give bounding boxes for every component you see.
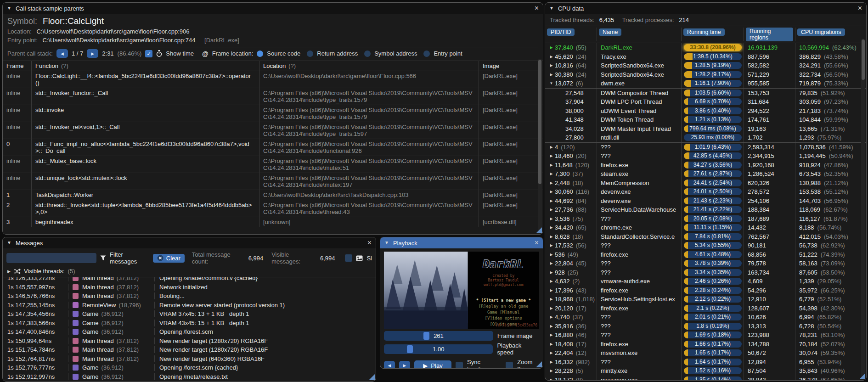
chevron-right-icon[interactable]: ▶ bbox=[548, 217, 555, 221]
message-row[interactable]: 1s 152,912,997nsGame(36,912)Opening /met… bbox=[3, 372, 376, 382]
message-row[interactable]: 1s 146,576,766nsMain thread(37,812)Booti… bbox=[3, 292, 376, 301]
chevron-right-icon[interactable]: ▶ bbox=[548, 315, 555, 319]
chevron-right-icon[interactable]: ▶ bbox=[548, 163, 555, 167]
resize-grip[interactable] bbox=[859, 373, 865, 379]
chevron-right-icon[interactable]: ▶ bbox=[548, 225, 555, 230]
cpu-row[interactable]: ▶18,968(1,018)ServiceHub.SettingsHost.ex… bbox=[545, 295, 866, 304]
cpu-row[interactable]: ▶37,840(55)DarkRL.exe33:30.8 (208.96%)16… bbox=[545, 43, 866, 52]
column-running-time[interactable]: Running time bbox=[683, 28, 725, 36]
chevron-right-icon[interactable]: ▶ bbox=[548, 199, 555, 203]
chevron-right-icon[interactable]: ▶ bbox=[548, 324, 555, 328]
cpu-row[interactable]: 27,800ntdll.dll25.93 ms (0.00%)1,7021,29… bbox=[545, 133, 866, 143]
callstack-row[interactable]: inlinestd::unique_lock<std::mutex>::lock… bbox=[3, 173, 543, 190]
expander-icon[interactable]: ▶ bbox=[7, 269, 11, 274]
chevron-right-icon[interactable]: ▶ bbox=[548, 63, 555, 67]
cpu-row[interactable]: ▶18,408(17)firefox.exe1.66 s (0.17%)134,… bbox=[545, 340, 866, 349]
close-icon[interactable]: × bbox=[367, 239, 372, 247]
cpu-row[interactable]: ▶536(49)firefox.exe4.61 s (0.48%)68,8565… bbox=[545, 250, 866, 259]
chevron-right-icon[interactable]: ▶ bbox=[548, 360, 555, 364]
resize-grip[interactable] bbox=[369, 374, 375, 380]
collapse-icon[interactable]: ▼ bbox=[7, 6, 11, 11]
cpu-row[interactable]: 27,548DWM Compositor Thread1:03.5 (6.60%… bbox=[545, 89, 866, 98]
column-location[interactable]: Location(?) bbox=[259, 61, 479, 71]
cpu-row[interactable]: ▶7,300(37)steam.exe27.61 s (2.87%)1,286,… bbox=[545, 169, 866, 179]
cpu-row[interactable]: ▶17,532(56)???5.34 s (0.55%)90,18156,738… bbox=[545, 241, 866, 250]
cpu-row[interactable]: ▶27,736(88)ServiceHub.DataWarehouse21.41… bbox=[545, 205, 866, 214]
chevron-right-icon[interactable]: ▶ bbox=[548, 378, 555, 381]
cpu-row[interactable]: ▶4(120)???1:01.9 (6.43%)2,593,3141,078,5… bbox=[545, 143, 866, 152]
message-row[interactable]: 1s 153,116,37nsGame(36,912)Intro menu lo… bbox=[3, 381, 376, 382]
chevron-right-icon[interactable]: ▶ bbox=[548, 279, 555, 283]
cpu-row[interactable]: ▶20,120(17)firefox.exe2.1 s (0.22%)128,6… bbox=[545, 304, 866, 313]
callstack-row[interactable]: inlineFloor::CalcLight::__l4::<lambda_5b… bbox=[3, 71, 543, 88]
callstack-row[interactable]: inlinestd::_Mutex_base::lockC:\Program F… bbox=[3, 156, 543, 173]
prev-frame-button[interactable]: ◀ bbox=[384, 361, 395, 369]
visible-threads-label[interactable]: Visible threads: bbox=[24, 268, 65, 275]
chevron-right-icon[interactable]: ▶ bbox=[548, 208, 555, 212]
cpu-row[interactable]: ▶11,648(120)firefox.exe34.27 s (3.56%)1,… bbox=[545, 161, 866, 170]
show-time-checkbox[interactable]: ✓ bbox=[145, 50, 152, 57]
column-cpu-migrations[interactable]: CPU migrations bbox=[797, 28, 845, 36]
radio-entry-point-label[interactable]: Entry point bbox=[434, 50, 462, 57]
message-row[interactable]: 1s 152,764,817nsMain thread(37,812)New r… bbox=[3, 354, 376, 364]
show-images-label[interactable]: Sl bbox=[366, 255, 372, 262]
message-row[interactable]: 1s 145,557,997nsMain thread(37,812)Netwo… bbox=[3, 283, 376, 292]
cpu-row[interactable]: 38,000uDWM Event Thread3.86 s (0.40%)294… bbox=[545, 107, 866, 116]
chevron-right-icon[interactable]: ▶ bbox=[548, 342, 555, 346]
show-time-label[interactable]: Show time bbox=[166, 50, 194, 57]
callstack-row[interactable]: 1TaskDispatch::WorkerC:\Users\wolf\Deskt… bbox=[3, 190, 543, 200]
callstack-row[interactable]: inlinestd::_Invoker_ret<void,1>::_CallC:… bbox=[3, 122, 543, 139]
resize-grip[interactable] bbox=[536, 361, 542, 367]
cpu-row[interactable]: 37,904DWM LPC Port Thread6.69 s (0.70%)3… bbox=[545, 97, 866, 107]
collapse-icon[interactable]: ▼ bbox=[384, 241, 389, 245]
column-image[interactable]: Image bbox=[479, 61, 543, 71]
clear-button[interactable]: Clear bbox=[153, 254, 185, 263]
chevron-right-icon[interactable]: ▶ bbox=[548, 235, 555, 239]
collapse-icon[interactable]: ▼ bbox=[549, 6, 554, 11]
sync-timeline-checkbox[interactable] bbox=[456, 362, 463, 369]
chevron-right-icon[interactable]: ▶ bbox=[548, 270, 555, 275]
chevron-right-icon[interactable]: ▶ bbox=[548, 288, 555, 292]
callstack-row[interactable]: inlinestd::_Invoker_functor::_CallC:\Pro… bbox=[3, 88, 543, 105]
chevron-right-icon[interactable]: ▶ bbox=[548, 45, 555, 50]
slider-handle[interactable] bbox=[407, 345, 413, 353]
cpu-row[interactable]: ▶17,396(43)firefox.exe2.28 s (0.24%)54,2… bbox=[545, 286, 866, 295]
cpu-row[interactable]: ▶8,628(18)StandardCollector.Service.e7.8… bbox=[545, 232, 866, 242]
close-icon[interactable]: × bbox=[535, 239, 539, 247]
radio-symbol-address-label[interactable]: Symbol address bbox=[374, 50, 417, 57]
chevron-down-icon[interactable]: ▼ bbox=[548, 81, 555, 85]
cpu-row[interactable]: ▶30,380(24)ScriptedSandbox64.exe1:28.2 (… bbox=[545, 70, 866, 79]
cpu-row[interactable]: 41,348DWM Token Thread1.21 s (0.13%)174,… bbox=[545, 115, 866, 124]
close-icon[interactable]: × bbox=[858, 5, 862, 12]
cpu-scrollbar[interactable] bbox=[861, 39, 865, 378]
show-images-checkbox[interactable] bbox=[345, 254, 352, 262]
chevron-right-icon[interactable]: ▶ bbox=[548, 190, 555, 194]
chevron-right-icon[interactable]: ▶ bbox=[548, 145, 555, 149]
chevron-right-icon[interactable]: ▶ bbox=[548, 333, 555, 337]
chevron-right-icon[interactable]: ▶ bbox=[548, 55, 555, 59]
radio-return-address[interactable] bbox=[307, 51, 313, 57]
next-frame-button[interactable]: ▶ bbox=[399, 361, 410, 369]
cpu-row[interactable]: ▶928(25)???3.34 s (0.35%)163,73487,605(5… bbox=[545, 268, 866, 277]
cpu-row[interactable]: ▶28,228(5)mintty.exe1.52 s (0.16%)87,504… bbox=[545, 366, 866, 376]
cpu-row[interactable]: ▶22,804(45)???3.78 s (0.39%)79,57858,163… bbox=[545, 259, 866, 268]
slider-handle[interactable] bbox=[423, 332, 429, 340]
filter-input[interactable] bbox=[6, 253, 96, 263]
cpu-row[interactable]: ▶16,332(982)???1.64 s (0.17%)12,8946,955… bbox=[545, 358, 866, 367]
callstack-row[interactable]: inlinestd::invokeC:\Program Files (x86)\… bbox=[3, 105, 543, 122]
column-pid-tid[interactable]: PID/TID bbox=[547, 28, 575, 36]
message-row[interactable]: 1s 147,383,566nsGame(36,912)VRAM 43x45: … bbox=[3, 319, 376, 328]
chevron-right-icon[interactable]: ▶ bbox=[548, 181, 555, 185]
cpu-row[interactable]: ▶30,060(116)devenv.exe24.01 s (2.50%)278… bbox=[545, 187, 866, 197]
radio-symbol-address[interactable] bbox=[364, 51, 371, 57]
zoom-2x-checkbox[interactable] bbox=[506, 362, 513, 369]
chevron-right-icon[interactable]: ▶ bbox=[548, 172, 555, 176]
collapse-icon[interactable]: ▼ bbox=[7, 241, 11, 245]
chevron-right-icon[interactable]: ▶ bbox=[548, 351, 555, 355]
cpu-row[interactable]: ▶10,816(64)ScriptedSandbox64.exe1:28.5 (… bbox=[545, 61, 866, 70]
message-row[interactable]: 1s 147,255,145nsRemoteView(18,796)Remote… bbox=[3, 301, 376, 310]
message-row[interactable]: 1s 150,994,64nsMain thread(37,812)New re… bbox=[3, 337, 376, 346]
play-button[interactable]: ▶ Play bbox=[414, 360, 451, 369]
chevron-right-icon[interactable]: ▶ bbox=[548, 306, 555, 310]
cpu-row[interactable]: 34,028DWM Master Input Thread799.64 ms (… bbox=[545, 124, 866, 134]
